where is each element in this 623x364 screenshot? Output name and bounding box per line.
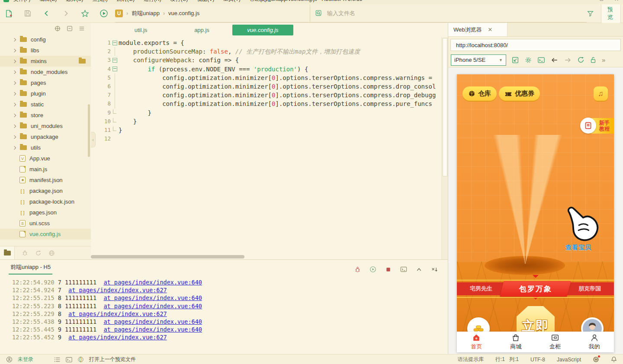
globe-icon[interactable] (77, 356, 84, 363)
music-note-icon[interactable]: ♫ (594, 86, 608, 101)
sidebar-item-static[interactable]: static (0, 99, 91, 110)
terminal-icon[interactable] (537, 56, 545, 64)
search-input[interactable] (326, 10, 510, 17)
sidebar-item-App.vue[interactable]: VApp.vue (0, 153, 91, 164)
maximize-icon[interactable]: □ (600, 0, 603, 4)
menu-item[interactable]: 运行(R) (144, 0, 161, 3)
app-tab-盒柜[interactable]: 盒柜 (536, 332, 575, 352)
bug-icon[interactable] (22, 250, 28, 256)
editor-vertical-scrollbar[interactable] (441, 37, 448, 259)
sidebar-item-package.json[interactable]: [ ]package.json (0, 185, 91, 196)
editor-horizontal-scrollbar[interactable] (91, 255, 244, 259)
preview-button[interactable]: 预览 (601, 3, 621, 23)
close-icon[interactable]: ✕ (614, 0, 619, 4)
sidebar-item-plugin[interactable]: plugin (0, 88, 91, 99)
sidebar-item-node_modules[interactable]: node_modules (0, 67, 91, 77)
sidebar-item-config[interactable]: config (0, 34, 91, 45)
source-link[interactable]: at pages/index/index.vue:627 (68, 310, 167, 317)
app-tab-首页[interactable]: 首页 (457, 332, 496, 352)
unlock-icon[interactable] (590, 56, 597, 64)
editor-tab-app.js[interactable]: app.js (171, 25, 232, 35)
source-link[interactable]: at pages/index/index.vue:640 (103, 303, 202, 310)
ribbon-right-tab[interactable]: 朋克帝国 (565, 282, 614, 295)
folder-locate-icon[interactable] (79, 59, 86, 64)
terminal-icon[interactable] (66, 357, 72, 363)
sidebar-item-utils[interactable]: utils (0, 142, 91, 153)
breadcrumb-project[interactable]: 前端uniapp (132, 10, 160, 17)
source-link[interactable]: at pages/index/index.vue:640 (103, 279, 202, 286)
collapse-all-icon[interactable] (67, 26, 73, 32)
minimize-icon[interactable]: ─ (585, 0, 589, 4)
menu-item[interactable]: 发行(U) (170, 0, 188, 3)
login-status[interactable]: 未登录 (18, 356, 33, 363)
source-link[interactable]: at pages/index/index.vue:627 (68, 334, 167, 341)
menu-item[interactable]: 视图(V) (197, 0, 214, 3)
clear-icon[interactable] (431, 266, 438, 273)
sidebar-item-main.js[interactable]: main.js (0, 164, 91, 175)
settings-gear-icon[interactable] (524, 56, 532, 64)
back-arrow-icon[interactable] (550, 57, 559, 64)
fold-toggle-icon[interactable] (112, 41, 117, 45)
menu-item[interactable]: 跳转(G) (117, 0, 135, 3)
sidebar-item-pages.json[interactable]: [ ]pages.json (0, 207, 91, 218)
menu-item[interactable]: 编辑(E) (39, 0, 57, 3)
sidebar-item-unpackage[interactable]: unpackage (0, 131, 91, 142)
new-file-icon[interactable] (4, 9, 13, 18)
bell-icon[interactable] (611, 356, 617, 363)
project-pane-icon[interactable] (0, 246, 15, 259)
collapse-icon[interactable] (416, 266, 422, 273)
syntax-lib-status[interactable]: 语法提示库 (458, 356, 484, 363)
log-list-icon[interactable] (54, 357, 61, 363)
sidebar-item-vue.config.js[interactable]: vue.config.js (0, 229, 91, 239)
breadcrumb-file[interactable]: vue.config.js (168, 10, 199, 16)
breadcrumb[interactable]: U › 前端uniapp › vue.config.js (115, 5, 310, 22)
back-icon[interactable] (42, 9, 51, 18)
sidebar-item-pages[interactable]: pages (0, 77, 91, 88)
close-icon[interactable]: ✕ (488, 26, 493, 33)
sidebar-item-package-lock.json[interactable]: [ ]package-lock.json (0, 196, 91, 207)
language-status[interactable]: JavaScript (557, 357, 581, 363)
sidebar-item-manifest.json[interactable]: manifest.json (0, 175, 91, 185)
sidebar-collapse-handle[interactable]: ‹ (91, 132, 96, 147)
source-link[interactable]: at pages/index/index.vue:640 (103, 318, 202, 325)
globe-icon[interactable] (48, 250, 55, 256)
locate-icon[interactable] (55, 26, 61, 32)
tutorial-badge[interactable]: 新手 教程 (580, 118, 614, 134)
encoding-status[interactable]: UTF-8 (530, 357, 545, 363)
sidebar-item-store[interactable]: store (0, 110, 91, 121)
sync-icon[interactable] (35, 250, 42, 256)
sidebar-item-libs[interactable]: libs (0, 45, 91, 56)
sidebar-scrollbar[interactable] (88, 104, 90, 157)
menu-icon[interactable] (79, 26, 85, 32)
open-previous-preview[interactable]: 打开上一个预览文件 (89, 356, 136, 363)
file-search[interactable] (310, 5, 587, 22)
browser-tab[interactable]: Web浏览器 ✕ (448, 23, 507, 36)
forward-arrow-icon[interactable] (564, 57, 572, 64)
sidebar-item-uni_modules[interactable]: uni_modules (0, 121, 91, 131)
debug-icon[interactable] (354, 266, 361, 273)
source-link[interactable]: at pages/index/index.vue:640 (103, 294, 202, 301)
save-icon[interactable] (23, 9, 32, 18)
more-chevrons-icon[interactable]: » (602, 56, 605, 64)
ribbon-center-tab[interactable]: 包罗万象 (500, 281, 571, 297)
terminal-icon[interactable] (400, 266, 407, 273)
fold-toggle-icon[interactable] (112, 58, 117, 63)
update-icon[interactable] (593, 356, 599, 363)
source-link[interactable]: at pages/index/index.vue:640 (103, 326, 202, 333)
console-tab[interactable]: 前端uniapp - H5 (9, 263, 52, 275)
warehouse-button[interactable]: 仓库 (462, 86, 497, 101)
app-tab-商城[interactable]: 商城 (496, 332, 536, 352)
fold-toggle-icon[interactable] (112, 67, 117, 71)
stop-icon[interactable] (385, 266, 392, 273)
editor-tab-util.js[interactable]: util.js (110, 25, 171, 35)
menu-item[interactable]: 工具(T) (223, 0, 240, 3)
favorite-star-icon[interactable] (80, 9, 89, 18)
device-selector[interactable]: iPhone 5/SE ▼ (451, 54, 506, 66)
run-icon[interactable] (100, 9, 108, 18)
menu-item[interactable]: 选择(S) (66, 0, 83, 3)
menu-item[interactable]: 文件(F) (13, 0, 30, 3)
restart-icon[interactable] (369, 266, 376, 273)
open-external-icon[interactable] (511, 56, 519, 64)
sidebar-item-mixins[interactable]: mixins (0, 56, 91, 67)
editor-tab-vue.config.js[interactable]: vue.config.js (232, 25, 293, 35)
